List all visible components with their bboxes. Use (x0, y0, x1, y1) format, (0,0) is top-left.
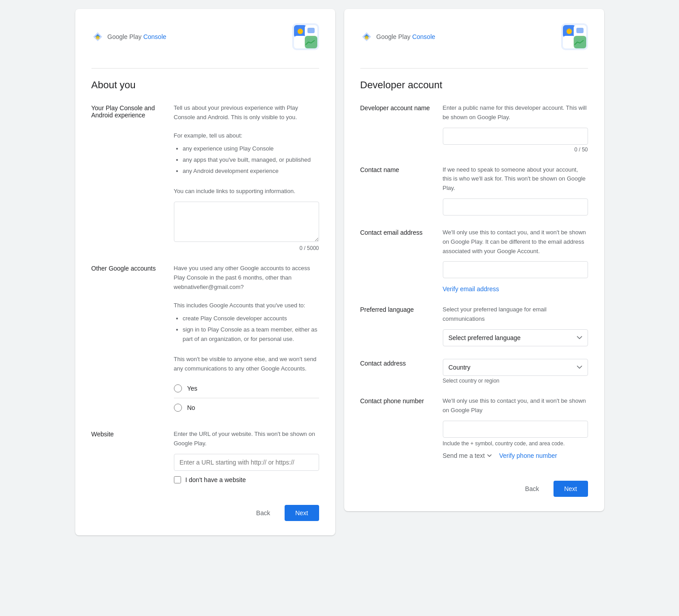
svg-point-1 (96, 36, 99, 39)
contact-email-description: We'll only use this to contact you, and … (443, 228, 588, 256)
left-divider (91, 68, 319, 69)
experience-textarea[interactable] (174, 202, 319, 242)
experience-bullet-1: any experience using Play Console (183, 144, 319, 154)
svg-rect-6 (305, 36, 317, 48)
left-header: Google Play Console (91, 23, 319, 57)
contact-address-label: Contact address (360, 359, 432, 384)
right-logo-label: Google Play Console (376, 33, 436, 40)
website-description: Enter the URL of your website. This won'… (174, 430, 319, 448)
other-accounts-content: Have you used any other Google accounts … (174, 264, 319, 417)
website-label: Website (91, 430, 163, 483)
website-row: Website Enter the URL of your website. T… (91, 430, 319, 483)
right-back-button[interactable]: Back (518, 482, 546, 496)
contact-address-row: Contact address Country Select country o… (360, 359, 588, 384)
preferred-language-select[interactable]: Select preferred language (443, 329, 588, 346)
contact-name-row: Contact name If we need to speak to some… (360, 165, 588, 215)
svg-rect-17 (576, 28, 584, 33)
contact-phone-row: Contact phone number We'll only use this… (360, 396, 588, 459)
contact-name-label: Contact name (360, 165, 432, 215)
svg-rect-15 (574, 36, 586, 48)
logo-label: Google Play Console (108, 33, 167, 40)
contact-name-description: If we need to speak to someone about you… (443, 165, 588, 193)
right-next-button[interactable]: Next (554, 481, 588, 497)
contact-phone-description: We'll only use this to contact you, and … (443, 396, 588, 415)
website-content: Enter the URL of your website. This won'… (174, 430, 319, 483)
send-text-button[interactable]: Send me a text (443, 452, 492, 459)
right-panel: Google Play Console Developer account De… (344, 9, 604, 511)
send-text-label: Send me a text (443, 452, 485, 459)
phone-hint: Include the + symbol, country code, and … (443, 440, 588, 447)
contact-phone-input[interactable] (443, 421, 588, 438)
right-divider (360, 68, 588, 69)
contact-address-content: Country Select country or region (443, 359, 588, 384)
other-accounts-bullet-2: sign in to Play Console as a team member… (183, 325, 319, 344)
other-accounts-row: Other Google accounts Have you used any … (91, 264, 319, 417)
contact-phone-label: Contact phone number (360, 396, 432, 459)
account-name-input[interactable] (443, 128, 588, 145)
contact-email-label: Contact email address (360, 228, 432, 293)
right-logo: Google Play Console (360, 30, 436, 43)
radio-no-input[interactable] (174, 404, 182, 412)
verify-email-link[interactable]: Verify email address (443, 285, 499, 293)
experience-label: Your Play Console and Android experience (91, 103, 163, 251)
svg-rect-5 (294, 36, 307, 48)
account-name-description: Enter a public name for this developer a… (443, 103, 588, 122)
left-logo: Google Play Console (91, 30, 167, 43)
experience-char-count: 0 / 5000 (174, 245, 319, 251)
contact-email-input[interactable] (443, 261, 588, 278)
other-accounts-label: Other Google accounts (91, 264, 163, 417)
svg-rect-8 (307, 28, 315, 33)
experience-description: Tell us about your previous experience w… (174, 103, 319, 196)
contact-email-content: We'll only use this to contact you, and … (443, 228, 588, 293)
account-name-content: Enter a public name for this developer a… (443, 103, 588, 153)
left-section-title: About you (91, 79, 319, 91)
country-hint: Select country or region (443, 378, 588, 384)
preferred-language-row: Preferred language Select your preferred… (360, 305, 588, 346)
account-name-char-count: 0 / 50 (443, 146, 588, 153)
account-name-label: Developer account name (360, 103, 432, 153)
right-footer: Back Next (360, 474, 588, 497)
website-input[interactable] (174, 454, 319, 471)
radio-no-label: No (187, 404, 195, 411)
radio-yes[interactable]: Yes (174, 379, 319, 398)
account-name-row: Developer account name Enter a public na… (360, 103, 588, 153)
svg-rect-14 (563, 36, 575, 48)
experience-bullets: any experience using Play Console any ap… (183, 144, 319, 176)
radio-yes-input[interactable] (174, 384, 182, 392)
left-next-button[interactable]: Next (285, 505, 319, 521)
play-console-icon-right (360, 30, 373, 43)
dropdown-arrow-icon (487, 453, 492, 458)
right-section-title: Developer account (360, 79, 588, 91)
left-back-button[interactable]: Back (249, 506, 277, 520)
contact-email-row: Contact email address We'll only use thi… (360, 228, 588, 293)
preferred-language-content: Select your preferred language for email… (443, 305, 588, 346)
other-accounts-bullet-1: create Play Console developer accounts (183, 314, 319, 323)
left-footer: Back Next (91, 498, 319, 521)
experience-bullet-3: any Android development experience (183, 167, 319, 176)
other-accounts-description: Have you used any other Google accounts … (174, 264, 319, 374)
svg-point-10 (365, 36, 368, 39)
right-app-icon (561, 23, 588, 50)
preferred-language-label: Preferred language (360, 305, 432, 346)
no-website-checkbox[interactable] (174, 476, 181, 483)
send-text-row: Send me a text Verify phone number (443, 452, 588, 459)
radio-no[interactable]: No (174, 398, 319, 417)
radio-yes-label: Yes (187, 385, 198, 392)
other-accounts-bullets: create Play Console developer accounts s… (183, 314, 319, 344)
contact-name-input[interactable] (443, 198, 588, 215)
app-icon (292, 23, 319, 50)
contact-name-content: If we need to speak to someone about you… (443, 165, 588, 215)
country-select[interactable]: Country (443, 359, 588, 376)
experience-row: Your Play Console and Android experience… (91, 103, 319, 251)
contact-phone-content: We'll only use this to contact you, and … (443, 396, 588, 459)
verify-phone-link[interactable]: Verify phone number (499, 452, 557, 459)
experience-bullet-2: any apps that you've built, managed, or … (183, 155, 319, 165)
no-website-label: I don't have a website (186, 476, 246, 483)
right-header: Google Play Console (360, 23, 588, 57)
no-website-row: I don't have a website (174, 476, 319, 483)
left-panel: Google Play Console About you Your Play … (75, 9, 335, 535)
play-console-icon (91, 30, 104, 43)
experience-content: Tell us about your previous experience w… (174, 103, 319, 251)
preferred-language-description: Select your preferred language for email… (443, 305, 588, 324)
